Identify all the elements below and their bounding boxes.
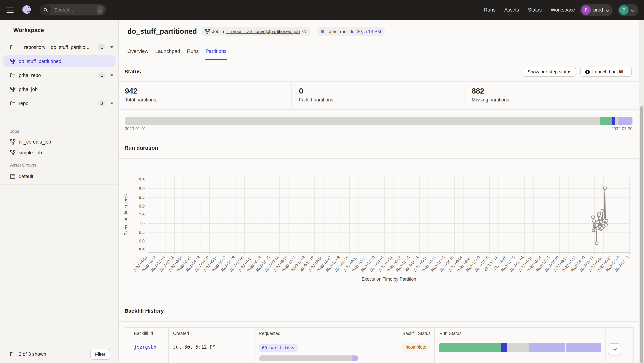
- launch-backfill-button[interactable]: Launch backfill...: [580, 67, 632, 77]
- scrollbar-thumb[interactable]: [640, 106, 643, 363]
- bar-segment-in-progress: [501, 343, 507, 352]
- backfill-id-link[interactable]: jozrgsbh: [134, 344, 156, 350]
- folder-icon: [10, 72, 16, 78]
- sidebar-item-label: simple_job: [19, 150, 42, 155]
- sidebar-item-do-stuff-partitioned[interactable]: do_stuff_partitioned: [0, 54, 118, 68]
- nav-assets[interactable]: Assets: [504, 7, 519, 12]
- svg-text:6.5: 6.5: [139, 230, 145, 235]
- bar-segment-queued: [618, 117, 632, 125]
- requested-partitions-tag[interactable]: 60 partitions: [259, 344, 298, 352]
- show-per-step-status-button[interactable]: Show per-step status: [523, 67, 576, 77]
- table-row: jozrgsbh Jul 30, 5:12 PM 60 partitions 2…: [125, 339, 633, 363]
- main-content: do_stuff_partitioned Job in __reposi...a…: [119, 20, 639, 363]
- job-tabs: Overview Launchpad Runs Partitions: [127, 48, 226, 60]
- caret-down-icon[interactable]: [110, 102, 113, 104]
- sidebar-footer: 3 of 3 shown Filter: [0, 345, 118, 363]
- nav-status[interactable]: Status: [528, 7, 542, 12]
- nav-workspace[interactable]: Workspace: [551, 7, 575, 12]
- sidebar-title: Workspace: [0, 20, 118, 40]
- bar-segment-success: [600, 117, 612, 125]
- stat-total-partitions: 942 Total partitions: [119, 82, 292, 109]
- bar-segment-missing: [125, 117, 600, 125]
- user-menu[interactable]: P: [618, 4, 638, 16]
- svg-text:6.0: 6.0: [139, 239, 145, 244]
- svg-text:9.5: 9.5: [139, 178, 145, 182]
- divider: [119, 61, 639, 61]
- tab-runs[interactable]: Runs: [187, 48, 198, 60]
- count-badge: 1: [98, 72, 106, 78]
- latest-run-link[interactable]: Jul 30, 5:14 PM: [350, 29, 381, 34]
- sidebar-item-prha-job[interactable]: prha_job: [0, 82, 118, 96]
- reload-icon[interactable]: [302, 29, 306, 34]
- launch-backfill-label: Launch backfill...: [592, 69, 627, 74]
- divider: [0, 184, 118, 184]
- deployment-label: prod: [593, 7, 603, 12]
- tab-launchpad[interactable]: Launchpad: [155, 48, 180, 60]
- filter-button[interactable]: Filter: [90, 349, 110, 360]
- shown-count: 3 of 3 shown: [19, 352, 90, 357]
- deployment-switcher[interactable]: P prod: [580, 4, 613, 16]
- col-run-status: Run Status: [434, 328, 605, 339]
- app-root: Search... / Runs Assets Status Workspace…: [0, 0, 644, 363]
- repo-location-link[interactable]: __reposi...artitioned@partitioned_job: [226, 29, 300, 34]
- run-status-cell: [434, 339, 605, 363]
- dagster-logo-icon[interactable]: [21, 4, 32, 15]
- partition-stats: 942 Total partitions 0 Failed partitions…: [119, 81, 639, 110]
- sidebar-item-repo[interactable]: repo 3: [0, 96, 118, 110]
- svg-text:8.0: 8.0: [139, 204, 145, 208]
- svg-text:7.0: 7.0: [139, 221, 145, 226]
- tab-partitions[interactable]: Partitions: [206, 48, 227, 60]
- top-navbar: Search... / Runs Assets Status Workspace…: [0, 0, 644, 20]
- job-icon: [10, 58, 16, 64]
- sidebar-item-repository-do-stuff[interactable]: __repository__do_stuff_partitio... 1: [0, 40, 118, 54]
- bar-segment-requested: [259, 356, 352, 361]
- search-input[interactable]: Search... /: [40, 4, 106, 16]
- partition-status-bar[interactable]: [125, 117, 632, 125]
- sidebar-item-default-asset-group[interactable]: default: [0, 171, 118, 182]
- sidebar-item-prha-repo[interactable]: prha_repo 1: [0, 68, 118, 82]
- bar-segment-succeeded: [439, 343, 501, 352]
- partition-range-end: 2022-07-30: [611, 127, 632, 131]
- job-icon: [10, 139, 16, 144]
- search-shortcut-key: /: [97, 6, 103, 14]
- search-icon: [40, 4, 51, 16]
- job-icon: [205, 29, 210, 34]
- tab-overview[interactable]: Overview: [127, 48, 148, 60]
- backfill-id-cell: jozrgsbh: [125, 339, 168, 363]
- stat-missing-partitions: 882 Missing partitions: [464, 82, 639, 109]
- jobs-section-label: Jobs: [10, 129, 19, 134]
- sidebar-item-label: prha_job: [19, 86, 113, 92]
- col-created: Created: [168, 328, 255, 339]
- stat-failed-partitions: 0 Failed partitions: [292, 82, 464, 109]
- bar-segment-missing: [566, 343, 601, 352]
- caret-down-icon[interactable]: [110, 74, 113, 76]
- nav-runs[interactable]: Runs: [484, 7, 496, 12]
- caret-down-icon[interactable]: [110, 46, 113, 48]
- bar-segment-queued: [352, 356, 358, 361]
- sidebar-item-label: repo: [19, 100, 98, 106]
- expand-row-button[interactable]: [608, 343, 621, 356]
- bar-segment-queued: [507, 343, 529, 352]
- latest-run-label: Latest run:: [326, 29, 348, 34]
- job-icon: [10, 150, 16, 155]
- count-badge: 3: [98, 100, 106, 106]
- search-placeholder: Search...: [54, 7, 97, 12]
- svg-text:5.5: 5.5: [139, 248, 145, 252]
- partition-range-start: 2020-01-01: [125, 127, 146, 131]
- bar-segment-missing: [615, 117, 619, 125]
- run-duration-chart: 2020-01-012020-01-182020-02-042020-02-21…: [119, 164, 639, 290]
- col-backfill-id: Backfill Id: [125, 328, 168, 339]
- run-status-bar[interactable]: [439, 343, 601, 352]
- col-requested: Requested: [255, 328, 363, 339]
- sidebar-item-all-cereals-job[interactable]: all_cereals_job: [0, 136, 118, 147]
- col-backfill-status: Backfill Status: [363, 328, 434, 339]
- backfill-history-title: Backfill History: [124, 308, 164, 314]
- asset-group-icon: [10, 174, 16, 179]
- plus-circle-icon: [585, 69, 590, 74]
- status-section-title: Status: [124, 68, 141, 74]
- requested-progress-bar: [259, 356, 358, 361]
- sidebar-item-label: do_stuff_partitioned: [19, 58, 116, 64]
- latest-run-tag: Latest run: Jul 30, 5:14 PM: [317, 27, 384, 36]
- menu-icon[interactable]: [6, 8, 14, 12]
- sidebar-item-simple-job[interactable]: simple_job: [0, 147, 118, 158]
